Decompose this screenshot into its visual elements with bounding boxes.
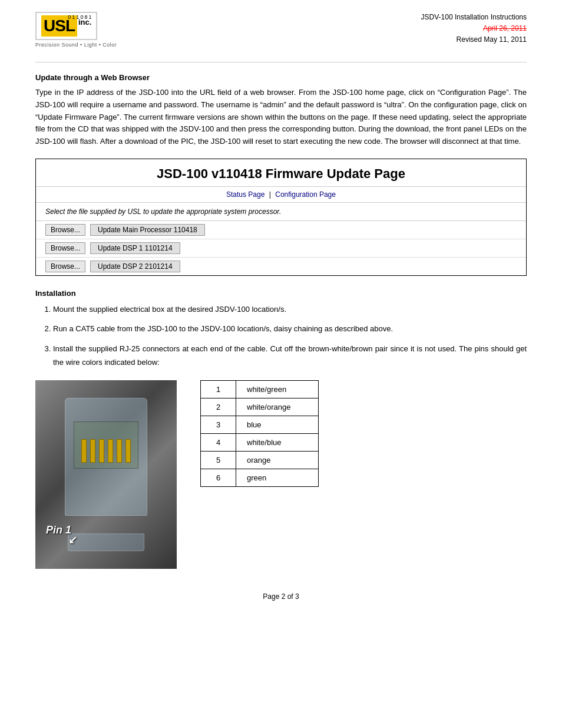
pin1-arrow: ↙ bbox=[68, 533, 77, 546]
header-divider bbox=[35, 62, 527, 62]
firmware-rows: Browse... Update Main Processor 110418 B… bbox=[36, 221, 526, 275]
pin-color: orange bbox=[236, 451, 319, 469]
pin-color: white/blue bbox=[236, 433, 319, 451]
page-number: Page 2 of 3 bbox=[263, 592, 299, 601]
firmware-row-3: Browse... Update DSP 2 2101214 bbox=[36, 258, 526, 275]
install-step-1: Mount the supplied electrical box at the… bbox=[53, 302, 527, 316]
page-footer: Page 2 of 3 bbox=[35, 592, 527, 601]
install-step-3: Install the supplied RJ-25 connectors at… bbox=[53, 342, 527, 370]
pin-color: white/orange bbox=[236, 398, 319, 416]
image-table-row: Pin 1 ↙ 1white/green2white/orange3blue4w… bbox=[35, 380, 527, 569]
logo-box: 011081 USL inc. bbox=[35, 12, 97, 40]
pin-number: 5 bbox=[201, 451, 236, 469]
logo-container: 011081 USL inc. Precision Sound • Light … bbox=[35, 12, 117, 48]
pin-number: 6 bbox=[201, 469, 236, 486]
pin-number: 2 bbox=[201, 398, 236, 416]
pin-color: green bbox=[236, 469, 319, 486]
browse-button-1[interactable]: Browse... bbox=[45, 224, 85, 236]
pin-number: 1 bbox=[201, 380, 236, 398]
page-header: 011081 USL inc. Precision Sound • Light … bbox=[35, 12, 527, 48]
installation-list: Mount the supplied electrical box at the… bbox=[35, 302, 527, 370]
document-title: JSDV-100 Installation Instructions bbox=[421, 12, 527, 23]
logo-tagline: Precision Sound • Light • Color bbox=[35, 42, 117, 48]
update-main-processor-button[interactable]: Update Main Processor 110418 bbox=[90, 224, 205, 236]
installation-heading: Installation bbox=[35, 289, 527, 298]
connector-image: Pin 1 ↙ bbox=[35, 380, 177, 569]
configuration-page-link[interactable]: Configuration Page bbox=[275, 190, 336, 199]
connector-image-inner: Pin 1 ↙ bbox=[35, 380, 177, 569]
update-dsp1-button[interactable]: Update DSP 1 1101214 bbox=[90, 242, 180, 254]
browse-button-3[interactable]: Browse... bbox=[45, 261, 85, 272]
nav-separator: | bbox=[269, 190, 271, 199]
pin-table-row: 2white/orange bbox=[201, 398, 319, 416]
pin1-label: Pin 1 bbox=[46, 524, 71, 536]
pin-number: 4 bbox=[201, 433, 236, 451]
installation-section: Installation Mount the supplied electric… bbox=[35, 289, 527, 370]
header-info: JSDV-100 Installation Instructions April… bbox=[421, 12, 527, 46]
firmware-description: Select the file supplied by USL to updat… bbox=[36, 203, 526, 221]
firmware-update-box: JSD-100 v110418 Firmware Update Page Sta… bbox=[35, 159, 527, 276]
install-step-2: Run a CAT5 cable from the JSD-100 to the… bbox=[53, 322, 527, 335]
pin-color-table: 1white/green2white/orange3blue4white/blu… bbox=[200, 380, 319, 487]
pin-table-row: 3blue bbox=[201, 416, 319, 433]
revised-date: Revised May 11, 2011 bbox=[421, 34, 527, 45]
firmware-nav: Status Page | Configuration Page bbox=[36, 187, 526, 203]
pin-number: 3 bbox=[201, 416, 236, 433]
pin-table-row: 6green bbox=[201, 469, 319, 486]
web-browser-heading: Update through a Web Browser bbox=[35, 73, 527, 82]
firmware-row-1: Browse... Update Main Processor 110418 bbox=[36, 221, 526, 239]
pin-table-row: 5orange bbox=[201, 451, 319, 469]
pin-table-row: 4white/blue bbox=[201, 433, 319, 451]
logo-dots: 011081 bbox=[68, 14, 92, 20]
status-page-link[interactable]: Status Page bbox=[226, 190, 265, 199]
firmware-row-2: Browse... Update DSP 1 1101214 bbox=[36, 239, 526, 258]
original-date: April 26, 2011 bbox=[421, 23, 527, 34]
web-browser-body: Type in the IP address of the JSD-100 in… bbox=[35, 87, 527, 148]
browse-button-2[interactable]: Browse... bbox=[45, 242, 85, 254]
pin-table-container: 1white/green2white/orange3blue4white/blu… bbox=[200, 380, 319, 487]
update-dsp2-button[interactable]: Update DSP 2 2101214 bbox=[90, 261, 180, 272]
firmware-title: JSD-100 v110418 Firmware Update Page bbox=[36, 159, 526, 187]
pin-table-row: 1white/green bbox=[201, 380, 319, 398]
pin-color: white/green bbox=[236, 380, 319, 398]
pin-color: blue bbox=[236, 416, 319, 433]
